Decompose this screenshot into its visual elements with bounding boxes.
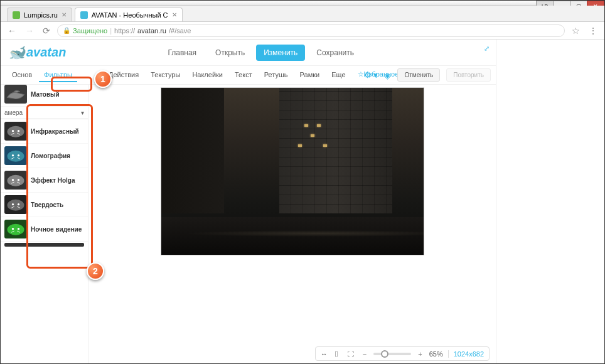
svg-point-0: [8, 126, 24, 137]
svg-point-5: [18, 154, 19, 156]
filter-thumb: [4, 220, 27, 238]
logo[interactable]: 🐋 avatan: [8, 45, 66, 61]
filter-thumb: [4, 122, 27, 141]
filter-sidebar: Матовый амера ▾ ИнфракрасныйЛомографияЭф…: [1, 85, 88, 364]
filter-thumb: [4, 195, 27, 214]
svg-point-12: [8, 224, 24, 235]
zoom-controls: ↔ ▯ ⛶ − + 65% 1024x682: [315, 346, 490, 361]
main-nav: Главная Открыть Изменить Сохранить: [160, 45, 361, 61]
browser-tabbar: Lumpics.ru ✕ AVATAN - Необычный С ✕: [1, 6, 604, 22]
tab-title: Lumpics.ru: [24, 11, 58, 19]
tab-more[interactable]: Еще: [326, 68, 350, 82]
filter-label: Инфракрасный: [31, 128, 79, 135]
canvas-area: ↔ ▯ ⛶ − + 65% 1024x682: [88, 85, 496, 364]
filter-label: Ночное видение: [31, 226, 82, 233]
app-header: 🐋 avatan Главная Открыть Изменить Сохран…: [1, 40, 496, 66]
browser-tab-avatan[interactable]: AVATAN - Необычный С ✕: [75, 8, 183, 21]
expand-icon[interactable]: ⤢: [484, 45, 490, 53]
layers-icon[interactable]: ◈: [384, 70, 391, 80]
tab-text[interactable]: Текст: [230, 68, 257, 82]
tab-filters[interactable]: Фильтры: [39, 68, 77, 82]
annotation-marker-1: 1: [94, 70, 112, 88]
window-titlebar: LP — ▢ ✕: [1, 1, 604, 6]
nav-edit[interactable]: Изменить: [256, 45, 305, 61]
filter-item[interactable]: Твердость: [1, 193, 88, 217]
workspace: Матовый амера ▾ ИнфракрасныйЛомографияЭф…: [1, 85, 496, 364]
svg-point-3: [8, 151, 24, 162]
favicon-icon: [80, 11, 88, 19]
nav-save[interactable]: Сохранить: [309, 45, 361, 61]
settings-icon[interactable]: ⚙ ▾: [364, 70, 378, 80]
back-icon[interactable]: ←: [6, 26, 18, 36]
bookmark-icon[interactable]: ☆: [570, 26, 582, 36]
secure-label: Защищено: [73, 27, 107, 35]
favicon-icon: [13, 11, 20, 19]
zoom-percent: 65%: [429, 350, 443, 358]
svg-point-9: [8, 200, 24, 211]
tab-textures[interactable]: Текстуры: [146, 68, 185, 82]
address-bar: ← → ⟳ 🔒 Защищено | https://avatan.ru/#/s…: [1, 22, 604, 40]
svg-point-4: [12, 154, 14, 156]
nav-home[interactable]: Главная: [160, 45, 204, 61]
redo-button: Повторить: [446, 68, 491, 82]
logo-text: avatan: [26, 45, 66, 60]
url-host: avatan.ru: [137, 27, 166, 35]
forward-icon[interactable]: →: [23, 26, 36, 36]
tab-stickers[interactable]: Наклейки: [187, 68, 228, 82]
logo-icon: 🐋: [8, 45, 25, 61]
tab-basic[interactable]: Основ: [7, 68, 37, 82]
filter-item[interactable]: Ломография: [1, 144, 88, 168]
reload-icon[interactable]: ⟳: [41, 26, 52, 36]
filter-thumb: [4, 146, 27, 165]
menu-icon[interactable]: ⋮: [587, 26, 599, 36]
url-prefix: https://: [114, 27, 135, 35]
svg-point-6: [8, 175, 24, 186]
zoom-slider[interactable]: [373, 353, 411, 355]
filter-label: Ломография: [31, 153, 70, 159]
app-container: 🐋 avatan Главная Открыть Изменить Сохран…: [1, 40, 496, 364]
url-field[interactable]: 🔒 Защищено | https://avatan.ru/#/save: [57, 24, 565, 37]
category-label: амера: [4, 109, 23, 116]
filter-item[interactable]: Матовый: [1, 85, 88, 107]
image-dimensions: 1024x682: [448, 350, 484, 358]
annotation-marker-2: 2: [87, 262, 104, 280]
scroll-h-icon[interactable]: ↔: [321, 350, 328, 358]
browser-tab-lumpics[interactable]: Lumpics.ru ✕: [7, 8, 72, 21]
filter-item[interactable]: Ночное видение: [1, 217, 88, 242]
tab-retouch[interactable]: Ретушь: [259, 68, 293, 82]
filter-item[interactable]: Инфракрасный: [1, 119, 88, 144]
image-canvas[interactable]: [161, 87, 424, 255]
svg-point-14: [18, 228, 19, 230]
lock-icon: 🔒: [63, 27, 70, 34]
close-tab-icon[interactable]: ✕: [172, 11, 177, 18]
zoom-out-button[interactable]: −: [361, 350, 368, 358]
filter-thumb: [4, 171, 27, 190]
toolbar: Основ Фильтры Действия Текстуры Наклейки…: [1, 66, 496, 85]
category-header[interactable]: амера ▾: [1, 107, 88, 119]
filter-thumb-partial: [4, 243, 84, 247]
close-tab-icon[interactable]: ✕: [62, 11, 67, 18]
filter-label: Эффект Holga: [31, 177, 75, 184]
star-icon: ☆: [358, 70, 364, 78]
tab-frames[interactable]: Рамки: [295, 68, 325, 82]
filter-thumb: [4, 85, 27, 104]
tab-title: AVATAN - Необычный С: [92, 11, 168, 19]
svg-point-10: [12, 203, 14, 205]
zoom-in-button[interactable]: +: [416, 350, 424, 358]
svg-point-7: [12, 179, 14, 181]
svg-point-2: [18, 130, 19, 132]
svg-point-8: [18, 179, 19, 181]
url-path: /#/save: [169, 27, 191, 35]
filter-item[interactable]: Эффект Holga: [1, 168, 88, 193]
filter-label: Твердость: [31, 201, 63, 208]
nav-open[interactable]: Открыть: [208, 45, 252, 61]
fullscreen-icon[interactable]: ⛶: [345, 350, 356, 358]
svg-point-13: [12, 228, 14, 230]
undo-button[interactable]: Отменить: [397, 68, 440, 82]
svg-point-1: [12, 130, 14, 132]
filter-label: Матовый: [31, 91, 60, 98]
fit-icon[interactable]: ▯: [333, 350, 340, 358]
svg-point-11: [18, 203, 19, 205]
chevron-down-icon: ▾: [81, 109, 84, 116]
